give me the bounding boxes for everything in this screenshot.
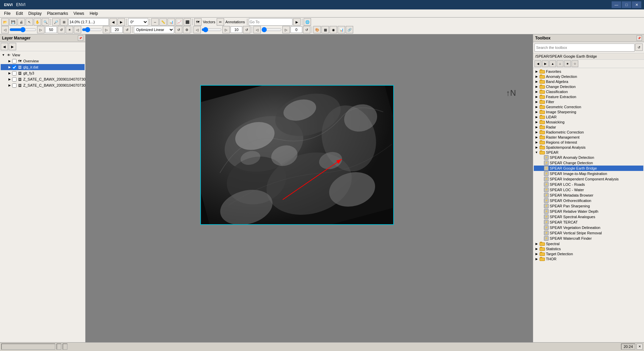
toolbox-filter[interactable]: ▶ Filter: [534, 99, 643, 104]
toolbox-radiometric-correction[interactable]: ▶ Radiometric Correction: [534, 129, 643, 135]
tb-cursor-btn[interactable]: ↖: [26, 18, 33, 26]
toolbox-thor[interactable]: ▶ THOR: [534, 256, 643, 261]
lm-expand-btn[interactable]: ▶: [9, 43, 16, 50]
raster-management-expand[interactable]: ▶: [534, 135, 539, 139]
sharpen-input[interactable]: 10: [231, 26, 242, 33]
spear-pan-sharpening[interactable]: ⚡ SPEAR Pan Sharpening: [534, 203, 643, 209]
menu-help[interactable]: Help: [87, 10, 101, 17]
thor-expand[interactable]: ▶: [534, 257, 539, 261]
toolbox-statistics[interactable]: ▶ Statistics: [534, 246, 643, 251]
layer-overview[interactable]: ▶ 🗺 Overview: [1, 58, 85, 64]
toolbox-mosaicking[interactable]: ▶ Mosaicking: [534, 119, 643, 124]
tb-save-btn[interactable]: 💾: [9, 18, 17, 26]
toolbox-up[interactable]: ▲: [549, 60, 556, 67]
spear-image-to-map[interactable]: ⚡ SPEAR Image-to-Map Registration: [534, 171, 643, 176]
toolbox-spear-group[interactable]: ▼ SPEAR: [534, 150, 643, 155]
tb-prev-btn[interactable]: ◀: [110, 18, 117, 26]
tb-transparency-reset[interactable]: ↺: [303, 26, 310, 33]
toolbox-lidar[interactable]: ▶ LiDAR: [534, 114, 643, 119]
zsate2-expand[interactable]: ▶: [7, 83, 11, 87]
toolbox-back[interactable]: ◀: [534, 60, 541, 67]
toolbox-change-detection[interactable]: ▶ Change Detection: [534, 84, 643, 89]
target-detection-expand[interactable]: ▶: [534, 252, 539, 256]
spear-metadata-browser[interactable]: ⚡ SPEAR Metadata Browser: [534, 193, 643, 198]
brightness-slider[interactable]: [9, 27, 36, 32]
tb-next-btn[interactable]: ▶: [118, 18, 125, 26]
spatiotemporal-expand[interactable]: ▶: [534, 145, 539, 149]
toolbox-search-refresh[interactable]: ↺: [635, 43, 643, 51]
menu-display[interactable]: Display: [26, 10, 44, 17]
image-sharpening-expand[interactable]: ▶: [534, 110, 539, 114]
vectors-btn[interactable]: 🗺: [194, 18, 202, 26]
stretch-dropdown[interactable]: Optimized Linear: [134, 26, 174, 33]
tb-stretch-reset[interactable]: ↺: [175, 26, 182, 33]
goto-input[interactable]: [249, 18, 293, 26]
tb-contrast-down[interactable]: ◁: [74, 26, 81, 33]
contrast-input[interactable]: 20: [111, 26, 123, 33]
layer-zsate2[interactable]: ▶ 🖼 Z_SATE_C_BAWX_20090104070730_: [1, 82, 85, 88]
change-detection-expand[interactable]: ▶: [534, 85, 539, 89]
radiometric-correction-expand[interactable]: ▶: [534, 130, 539, 134]
tb-sun-btn[interactable]: ☀: [66, 26, 73, 33]
mosaicking-expand[interactable]: ▶: [534, 120, 539, 124]
spear-tercat[interactable]: ⚡ SPEAR TERCAT: [534, 220, 643, 225]
toolbox-favorites[interactable]: ▶ Favorites: [534, 69, 643, 74]
tb-contrast-reset[interactable]: ↺: [123, 26, 131, 33]
layer-glg[interactable]: ▶ 🖼 glg_ir.dat: [1, 64, 85, 70]
menu-views[interactable]: Views: [71, 10, 87, 17]
toolbox-star-manage[interactable]: ☆: [572, 60, 578, 67]
anomaly-expand[interactable]: ▶: [534, 75, 539, 79]
toolbox-search-input[interactable]: [534, 43, 635, 52]
tb-pan2-btn[interactable]: ↔: [151, 18, 159, 26]
tb-brightness-up[interactable]: ▷: [37, 26, 44, 33]
tb-color-btn[interactable]: 🎨: [313, 26, 321, 33]
annotations-btn[interactable]: ✏: [217, 18, 224, 26]
tb-measure-btn[interactable]: 📏: [159, 18, 167, 26]
tb-sharpen-down[interactable]: ◁: [193, 26, 201, 33]
spectral-expand[interactable]: ▶: [534, 242, 539, 246]
lidar-expand[interactable]: ▶: [534, 115, 539, 119]
tb-brightness-reset[interactable]: ↺: [58, 26, 65, 33]
toolbox-classification[interactable]: ▶ Classification: [534, 89, 643, 94]
transparency-slider[interactable]: [262, 27, 282, 32]
image-canvas[interactable]: [200, 85, 394, 225]
zsate2-checkbox[interactable]: [12, 83, 17, 88]
toolbox-geometric-correction[interactable]: ▶ Geometric Correction: [534, 104, 643, 109]
tb-link-btn[interactable]: 🔗: [346, 26, 353, 33]
tb-transparency-up[interactable]: ▷: [282, 26, 290, 33]
contrast-slider[interactable]: [82, 27, 102, 32]
close-button[interactable]: ✕: [632, 1, 641, 8]
radar-expand[interactable]: ▶: [534, 125, 539, 129]
tb-open-btn[interactable]: 📂: [1, 18, 9, 26]
tb-histogram-btn[interactable]: 📊: [338, 26, 345, 33]
tb-sharpen-up[interactable]: ▷: [222, 26, 230, 33]
statistics-expand[interactable]: ▶: [534, 247, 539, 251]
toolbox-home[interactable]: ⌂: [557, 60, 563, 67]
menu-placemarks[interactable]: Placemarks: [44, 10, 71, 17]
glg-checkbox[interactable]: [12, 65, 17, 69]
geometric-correction-expand[interactable]: ▶: [534, 105, 539, 109]
favorites-expand[interactable]: ▶: [534, 69, 539, 74]
tb-internet-btn[interactable]: 🌐: [304, 18, 311, 26]
toolbox-regions-of-interest[interactable]: ▶ Regions of Interest: [534, 140, 643, 145]
status-close-btn[interactable]: ✕: [637, 344, 643, 350]
roi-expand[interactable]: ▶: [534, 140, 539, 144]
layer-manager-pin[interactable]: 📌: [78, 35, 83, 41]
toolbox-band-algebra[interactable]: ▶ Band Algebra: [534, 79, 643, 84]
tb-rgb-btn[interactable]: ◉: [330, 26, 337, 33]
menu-edit[interactable]: Edit: [13, 10, 26, 17]
transparency-input[interactable]: 0: [290, 26, 302, 33]
rotation-dropdown[interactable]: 0°: [128, 18, 148, 26]
tb-brightness-down[interactable]: ◁: [1, 26, 9, 33]
maximize-button[interactable]: □: [622, 1, 631, 8]
tb-chip-btn[interactable]: ⬛: [184, 18, 191, 26]
sharpen-slider[interactable]: [202, 27, 222, 32]
tb-zoom-fit-btn[interactable]: ⊞: [60, 18, 68, 26]
toolbox-forward[interactable]: ▶: [542, 60, 549, 67]
spear-orthorectification[interactable]: ⚡ SPEAR Orthorectification: [534, 198, 643, 203]
spear-vertical-stripe-removal[interactable]: ⚡ SPEAR Vertical Stripe Removal: [534, 230, 643, 236]
toolbox-pin[interactable]: 📌: [637, 35, 642, 41]
spear-change-detection[interactable]: ⚡ SPEAR Change Detection: [534, 160, 643, 166]
menu-file[interactable]: File: [1, 10, 13, 17]
toolbox-radar[interactable]: ▶ Radar: [534, 124, 643, 129]
